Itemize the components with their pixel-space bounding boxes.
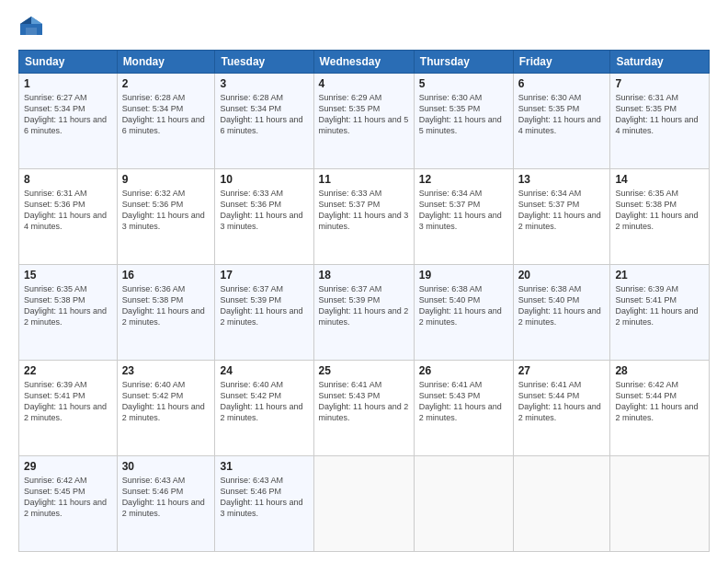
day-number: 15 (24, 269, 112, 282)
calendar-cell (414, 456, 513, 552)
calendar-cell: 23Sunrise: 6:40 AMSunset: 5:42 PMDayligh… (117, 361, 215, 456)
calendar-cell (610, 456, 710, 552)
cell-text: Sunrise: 6:37 AMSunset: 5:39 PMDaylight:… (220, 283, 308, 328)
day-number: 18 (319, 269, 409, 282)
logo (18, 15, 48, 40)
cell-text: Sunrise: 6:43 AMSunset: 5:46 PMDaylight:… (220, 475, 308, 520)
calendar-cell: 1Sunrise: 6:27 AMSunset: 5:34 PMDaylight… (19, 74, 118, 169)
day-number: 10 (220, 173, 308, 186)
cell-text: Sunrise: 6:38 AMSunset: 5:40 PMDaylight:… (518, 283, 606, 328)
calendar-cell: 30Sunrise: 6:43 AMSunset: 5:46 PMDayligh… (117, 456, 215, 552)
day-number: 29 (24, 460, 112, 473)
week-row-4: 22Sunrise: 6:39 AMSunset: 5:41 PMDayligh… (19, 361, 710, 456)
cell-text: Sunrise: 6:28 AMSunset: 5:34 PMDaylight:… (122, 92, 210, 137)
cell-text: Sunrise: 6:27 AMSunset: 5:34 PMDaylight:… (24, 92, 112, 137)
cell-text: Sunrise: 6:41 AMSunset: 5:43 PMDaylight:… (419, 379, 508, 424)
calendar-cell: 22Sunrise: 6:39 AMSunset: 5:41 PMDayligh… (19, 361, 118, 456)
day-number: 2 (122, 77, 210, 90)
cell-text: Sunrise: 6:28 AMSunset: 5:34 PMDaylight:… (220, 92, 308, 137)
day-number: 25 (319, 364, 409, 377)
cell-text: Sunrise: 6:38 AMSunset: 5:40 PMDaylight:… (419, 283, 508, 328)
cell-text: Sunrise: 6:37 AMSunset: 5:39 PMDaylight:… (319, 283, 409, 328)
cell-text: Sunrise: 6:30 AMSunset: 5:35 PMDaylight:… (419, 92, 508, 137)
day-header-tuesday: Tuesday (215, 51, 313, 74)
cell-text: Sunrise: 6:43 AMSunset: 5:46 PMDaylight:… (122, 475, 210, 520)
svg-rect-3 (26, 28, 37, 35)
cell-text: Sunrise: 6:31 AMSunset: 5:35 PMDaylight:… (615, 92, 704, 137)
calendar-cell: 25Sunrise: 6:41 AMSunset: 5:43 PMDayligh… (313, 361, 414, 456)
calendar-cell: 11Sunrise: 6:33 AMSunset: 5:37 PMDayligh… (313, 169, 414, 265)
day-number: 13 (518, 173, 606, 186)
cell-text: Sunrise: 6:39 AMSunset: 5:41 PMDaylight:… (24, 379, 112, 424)
day-number: 11 (319, 173, 409, 186)
day-number: 5 (419, 77, 508, 90)
day-header-wednesday: Wednesday (313, 51, 414, 74)
day-number: 30 (122, 460, 210, 473)
day-number: 22 (24, 364, 112, 377)
day-number: 28 (615, 364, 704, 377)
day-number: 12 (419, 173, 508, 186)
day-number: 24 (220, 364, 308, 377)
cell-text: Sunrise: 6:29 AMSunset: 5:35 PMDaylight:… (319, 92, 409, 137)
day-number: 31 (220, 460, 308, 473)
day-number: 23 (122, 364, 210, 377)
day-number: 6 (518, 77, 606, 90)
svg-marker-2 (20, 17, 31, 24)
day-header-sunday: Sunday (19, 51, 118, 74)
week-row-5: 29Sunrise: 6:42 AMSunset: 5:45 PMDayligh… (19, 456, 710, 552)
calendar-cell: 3Sunrise: 6:28 AMSunset: 5:34 PMDaylight… (215, 74, 313, 169)
calendar-cell: 31Sunrise: 6:43 AMSunset: 5:46 PMDayligh… (215, 456, 313, 552)
calendar-table: SundayMondayTuesdayWednesdayThursdayFrid… (18, 50, 710, 552)
cell-text: Sunrise: 6:39 AMSunset: 5:41 PMDaylight:… (615, 283, 704, 328)
cell-text: Sunrise: 6:30 AMSunset: 5:35 PMDaylight:… (518, 92, 606, 137)
cell-text: Sunrise: 6:32 AMSunset: 5:36 PMDaylight:… (122, 188, 210, 233)
calendar-cell: 4Sunrise: 6:29 AMSunset: 5:35 PMDaylight… (313, 74, 414, 169)
day-header-friday: Friday (513, 51, 610, 74)
calendar-cell: 29Sunrise: 6:42 AMSunset: 5:45 PMDayligh… (19, 456, 118, 552)
calendar-cell: 19Sunrise: 6:38 AMSunset: 5:40 PMDayligh… (414, 265, 513, 361)
calendar-cell: 15Sunrise: 6:35 AMSunset: 5:38 PMDayligh… (19, 265, 118, 361)
svg-marker-1 (31, 17, 42, 24)
calendar-cell: 7Sunrise: 6:31 AMSunset: 5:35 PMDaylight… (610, 74, 710, 169)
day-number: 4 (319, 77, 409, 90)
calendar-header-row: SundayMondayTuesdayWednesdayThursdayFrid… (19, 51, 710, 74)
calendar-cell: 12Sunrise: 6:34 AMSunset: 5:37 PMDayligh… (414, 169, 513, 265)
calendar-cell: 18Sunrise: 6:37 AMSunset: 5:39 PMDayligh… (313, 265, 414, 361)
cell-text: Sunrise: 6:42 AMSunset: 5:44 PMDaylight:… (615, 379, 704, 424)
calendar-cell: 9Sunrise: 6:32 AMSunset: 5:36 PMDaylight… (117, 169, 215, 265)
cell-text: Sunrise: 6:31 AMSunset: 5:36 PMDaylight:… (24, 188, 112, 233)
week-row-2: 8Sunrise: 6:31 AMSunset: 5:36 PMDaylight… (19, 169, 710, 265)
week-row-1: 1Sunrise: 6:27 AMSunset: 5:34 PMDaylight… (19, 74, 710, 169)
calendar-cell: 8Sunrise: 6:31 AMSunset: 5:36 PMDaylight… (19, 169, 118, 265)
cell-text: Sunrise: 6:36 AMSunset: 5:38 PMDaylight:… (122, 283, 210, 328)
day-number: 19 (419, 269, 508, 282)
calendar-cell: 13Sunrise: 6:34 AMSunset: 5:37 PMDayligh… (513, 169, 610, 265)
day-number: 26 (419, 364, 508, 377)
day-header-saturday: Saturday (610, 51, 710, 74)
calendar-cell: 14Sunrise: 6:35 AMSunset: 5:38 PMDayligh… (610, 169, 710, 265)
day-number: 17 (220, 269, 308, 282)
calendar-cell (513, 456, 610, 552)
logo-icon (18, 15, 44, 40)
cell-text: Sunrise: 6:41 AMSunset: 5:44 PMDaylight:… (518, 379, 606, 424)
calendar-cell: 28Sunrise: 6:42 AMSunset: 5:44 PMDayligh… (610, 361, 710, 456)
calendar-cell: 24Sunrise: 6:40 AMSunset: 5:42 PMDayligh… (215, 361, 313, 456)
day-number: 27 (518, 364, 606, 377)
day-number: 7 (615, 77, 704, 90)
calendar-cell (313, 456, 414, 552)
calendar-cell: 10Sunrise: 6:33 AMSunset: 5:36 PMDayligh… (215, 169, 313, 265)
calendar-cell: 2Sunrise: 6:28 AMSunset: 5:34 PMDaylight… (117, 74, 215, 169)
day-header-thursday: Thursday (414, 51, 513, 74)
day-number: 9 (122, 173, 210, 186)
calendar-cell: 20Sunrise: 6:38 AMSunset: 5:40 PMDayligh… (513, 265, 610, 361)
cell-text: Sunrise: 6:34 AMSunset: 5:37 PMDaylight:… (419, 188, 508, 233)
day-number: 14 (615, 173, 704, 186)
cell-text: Sunrise: 6:33 AMSunset: 5:36 PMDaylight:… (220, 188, 308, 233)
cell-text: Sunrise: 6:33 AMSunset: 5:37 PMDaylight:… (319, 188, 409, 233)
week-row-3: 15Sunrise: 6:35 AMSunset: 5:38 PMDayligh… (19, 265, 710, 361)
day-number: 3 (220, 77, 308, 90)
day-number: 1 (24, 77, 112, 90)
day-header-monday: Monday (117, 51, 215, 74)
calendar-cell: 17Sunrise: 6:37 AMSunset: 5:39 PMDayligh… (215, 265, 313, 361)
cell-text: Sunrise: 6:40 AMSunset: 5:42 PMDaylight:… (122, 379, 210, 424)
